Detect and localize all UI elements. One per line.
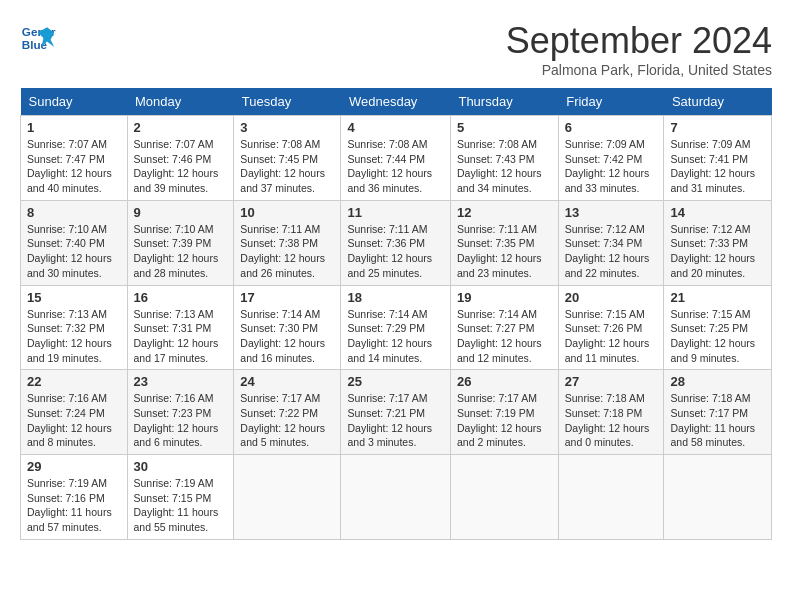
day-number: 15 <box>27 290 121 305</box>
day-info: Sunrise: 7:19 AM Sunset: 7:16 PM Dayligh… <box>27 476 121 535</box>
day-number: 29 <box>27 459 121 474</box>
day-cell: 2Sunrise: 7:07 AM Sunset: 7:46 PM Daylig… <box>127 116 234 201</box>
day-number: 16 <box>134 290 228 305</box>
day-cell <box>341 455 451 540</box>
day-cell: 13Sunrise: 7:12 AM Sunset: 7:34 PM Dayli… <box>558 200 664 285</box>
day-cell: 6Sunrise: 7:09 AM Sunset: 7:42 PM Daylig… <box>558 116 664 201</box>
day-cell: 10Sunrise: 7:11 AM Sunset: 7:38 PM Dayli… <box>234 200 341 285</box>
day-info: Sunrise: 7:10 AM Sunset: 7:39 PM Dayligh… <box>134 222 228 281</box>
weekday-wednesday: Wednesday <box>341 88 451 116</box>
week-row-3: 15Sunrise: 7:13 AM Sunset: 7:32 PM Dayli… <box>21 285 772 370</box>
day-info: Sunrise: 7:17 AM Sunset: 7:19 PM Dayligh… <box>457 391 552 450</box>
day-cell: 1Sunrise: 7:07 AM Sunset: 7:47 PM Daylig… <box>21 116 128 201</box>
day-number: 23 <box>134 374 228 389</box>
day-number: 30 <box>134 459 228 474</box>
day-info: Sunrise: 7:08 AM Sunset: 7:43 PM Dayligh… <box>457 137 552 196</box>
day-cell: 24Sunrise: 7:17 AM Sunset: 7:22 PM Dayli… <box>234 370 341 455</box>
day-cell: 11Sunrise: 7:11 AM Sunset: 7:36 PM Dayli… <box>341 200 451 285</box>
day-info: Sunrise: 7:12 AM Sunset: 7:33 PM Dayligh… <box>670 222 765 281</box>
day-cell: 5Sunrise: 7:08 AM Sunset: 7:43 PM Daylig… <box>450 116 558 201</box>
day-number: 21 <box>670 290 765 305</box>
weekday-header-row: SundayMondayTuesdayWednesdayThursdayFrid… <box>21 88 772 116</box>
day-info: Sunrise: 7:13 AM Sunset: 7:32 PM Dayligh… <box>27 307 121 366</box>
title-area: September 2024 Palmona Park, Florida, Un… <box>506 20 772 78</box>
day-number: 14 <box>670 205 765 220</box>
calendar-table: SundayMondayTuesdayWednesdayThursdayFrid… <box>20 88 772 540</box>
day-cell: 26Sunrise: 7:17 AM Sunset: 7:19 PM Dayli… <box>450 370 558 455</box>
day-cell: 3Sunrise: 7:08 AM Sunset: 7:45 PM Daylig… <box>234 116 341 201</box>
day-info: Sunrise: 7:11 AM Sunset: 7:35 PM Dayligh… <box>457 222 552 281</box>
day-number: 5 <box>457 120 552 135</box>
location: Palmona Park, Florida, United States <box>506 62 772 78</box>
day-number: 17 <box>240 290 334 305</box>
day-info: Sunrise: 7:12 AM Sunset: 7:34 PM Dayligh… <box>565 222 658 281</box>
day-cell: 22Sunrise: 7:16 AM Sunset: 7:24 PM Dayli… <box>21 370 128 455</box>
day-number: 22 <box>27 374 121 389</box>
day-cell: 29Sunrise: 7:19 AM Sunset: 7:16 PM Dayli… <box>21 455 128 540</box>
weekday-thursday: Thursday <box>450 88 558 116</box>
day-info: Sunrise: 7:17 AM Sunset: 7:21 PM Dayligh… <box>347 391 444 450</box>
week-row-2: 8Sunrise: 7:10 AM Sunset: 7:40 PM Daylig… <box>21 200 772 285</box>
day-cell: 8Sunrise: 7:10 AM Sunset: 7:40 PM Daylig… <box>21 200 128 285</box>
weekday-friday: Friday <box>558 88 664 116</box>
day-number: 7 <box>670 120 765 135</box>
month-title: September 2024 <box>506 20 772 62</box>
day-info: Sunrise: 7:17 AM Sunset: 7:22 PM Dayligh… <box>240 391 334 450</box>
day-info: Sunrise: 7:14 AM Sunset: 7:30 PM Dayligh… <box>240 307 334 366</box>
day-number: 18 <box>347 290 444 305</box>
day-cell <box>234 455 341 540</box>
day-cell: 9Sunrise: 7:10 AM Sunset: 7:39 PM Daylig… <box>127 200 234 285</box>
day-info: Sunrise: 7:07 AM Sunset: 7:46 PM Dayligh… <box>134 137 228 196</box>
day-cell: 4Sunrise: 7:08 AM Sunset: 7:44 PM Daylig… <box>341 116 451 201</box>
day-cell: 27Sunrise: 7:18 AM Sunset: 7:18 PM Dayli… <box>558 370 664 455</box>
day-number: 25 <box>347 374 444 389</box>
day-number: 26 <box>457 374 552 389</box>
weekday-sunday: Sunday <box>21 88 128 116</box>
day-info: Sunrise: 7:13 AM Sunset: 7:31 PM Dayligh… <box>134 307 228 366</box>
day-cell <box>450 455 558 540</box>
day-cell: 19Sunrise: 7:14 AM Sunset: 7:27 PM Dayli… <box>450 285 558 370</box>
logo-icon: General Blue <box>20 20 56 56</box>
day-number: 2 <box>134 120 228 135</box>
day-info: Sunrise: 7:10 AM Sunset: 7:40 PM Dayligh… <box>27 222 121 281</box>
day-cell: 12Sunrise: 7:11 AM Sunset: 7:35 PM Dayli… <box>450 200 558 285</box>
day-cell: 25Sunrise: 7:17 AM Sunset: 7:21 PM Dayli… <box>341 370 451 455</box>
day-info: Sunrise: 7:11 AM Sunset: 7:38 PM Dayligh… <box>240 222 334 281</box>
day-number: 8 <box>27 205 121 220</box>
week-row-1: 1Sunrise: 7:07 AM Sunset: 7:47 PM Daylig… <box>21 116 772 201</box>
day-number: 9 <box>134 205 228 220</box>
day-number: 3 <box>240 120 334 135</box>
day-info: Sunrise: 7:14 AM Sunset: 7:29 PM Dayligh… <box>347 307 444 366</box>
day-cell: 14Sunrise: 7:12 AM Sunset: 7:33 PM Dayli… <box>664 200 772 285</box>
day-info: Sunrise: 7:15 AM Sunset: 7:25 PM Dayligh… <box>670 307 765 366</box>
logo: General Blue <box>20 20 56 56</box>
day-number: 13 <box>565 205 658 220</box>
day-cell: 15Sunrise: 7:13 AM Sunset: 7:32 PM Dayli… <box>21 285 128 370</box>
week-row-4: 22Sunrise: 7:16 AM Sunset: 7:24 PM Dayli… <box>21 370 772 455</box>
day-cell: 7Sunrise: 7:09 AM Sunset: 7:41 PM Daylig… <box>664 116 772 201</box>
weekday-saturday: Saturday <box>664 88 772 116</box>
day-cell: 16Sunrise: 7:13 AM Sunset: 7:31 PM Dayli… <box>127 285 234 370</box>
day-info: Sunrise: 7:07 AM Sunset: 7:47 PM Dayligh… <box>27 137 121 196</box>
page-header: General Blue September 2024 Palmona Park… <box>20 20 772 78</box>
day-cell: 30Sunrise: 7:19 AM Sunset: 7:15 PM Dayli… <box>127 455 234 540</box>
day-info: Sunrise: 7:16 AM Sunset: 7:24 PM Dayligh… <box>27 391 121 450</box>
day-number: 6 <box>565 120 658 135</box>
day-info: Sunrise: 7:16 AM Sunset: 7:23 PM Dayligh… <box>134 391 228 450</box>
day-cell: 21Sunrise: 7:15 AM Sunset: 7:25 PM Dayli… <box>664 285 772 370</box>
day-info: Sunrise: 7:09 AM Sunset: 7:41 PM Dayligh… <box>670 137 765 196</box>
day-number: 28 <box>670 374 765 389</box>
week-row-5: 29Sunrise: 7:19 AM Sunset: 7:16 PM Dayli… <box>21 455 772 540</box>
day-number: 19 <box>457 290 552 305</box>
day-info: Sunrise: 7:08 AM Sunset: 7:45 PM Dayligh… <box>240 137 334 196</box>
day-number: 27 <box>565 374 658 389</box>
day-number: 24 <box>240 374 334 389</box>
day-cell: 18Sunrise: 7:14 AM Sunset: 7:29 PM Dayli… <box>341 285 451 370</box>
calendar-body: 1Sunrise: 7:07 AM Sunset: 7:47 PM Daylig… <box>21 116 772 540</box>
day-info: Sunrise: 7:18 AM Sunset: 7:18 PM Dayligh… <box>565 391 658 450</box>
day-cell <box>558 455 664 540</box>
day-number: 20 <box>565 290 658 305</box>
day-number: 1 <box>27 120 121 135</box>
day-cell: 28Sunrise: 7:18 AM Sunset: 7:17 PM Dayli… <box>664 370 772 455</box>
day-info: Sunrise: 7:08 AM Sunset: 7:44 PM Dayligh… <box>347 137 444 196</box>
